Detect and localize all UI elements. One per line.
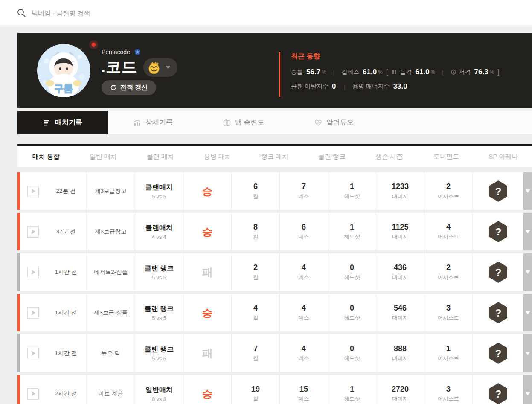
sniper-scope-icon bbox=[451, 69, 456, 75]
chevron-down-icon bbox=[525, 189, 530, 193]
play-icon bbox=[32, 270, 35, 275]
match-type: 클랜 랭크 bbox=[145, 305, 174, 314]
headshot-count: 0 bbox=[350, 344, 354, 353]
match-time: 1시간 전 bbox=[46, 253, 86, 291]
kill-count: 4 bbox=[253, 304, 258, 313]
match-vs: 5 vs 5 bbox=[152, 194, 166, 200]
expand-row-button[interactable] bbox=[523, 334, 532, 372]
rank-unknown-hexagon-icon: ? bbox=[488, 180, 508, 202]
search-icon bbox=[17, 9, 26, 17]
subtab-item-2[interactable]: 클랜 매치 bbox=[132, 146, 189, 167]
refresh-icon bbox=[110, 84, 116, 91]
match-result: 승 bbox=[183, 294, 231, 331]
chevron-down-icon bbox=[525, 352, 530, 355]
recent-trend-line2: 클랜 이탈지수0 | 용병 매너지수33.0 bbox=[291, 82, 503, 91]
assist-count: 1 bbox=[446, 344, 451, 353]
expand-row-button[interactable] bbox=[523, 294, 532, 331]
match-time: 2시간 전 bbox=[46, 375, 86, 404]
crown-smiley-icon bbox=[147, 60, 161, 75]
match-type: 클랜 랭크 bbox=[145, 264, 174, 273]
death-count: 4 bbox=[302, 344, 306, 353]
chart-icon bbox=[134, 119, 141, 127]
expand-row-button[interactable] bbox=[523, 253, 532, 291]
chevron-down-icon bbox=[525, 270, 530, 274]
match-time: 1시간 전 bbox=[46, 294, 86, 331]
expand-row-button[interactable] bbox=[523, 213, 532, 250]
rank-unknown-hexagon-icon: ? bbox=[488, 261, 508, 283]
refresh-record-button[interactable]: 전적 갱신 bbox=[102, 80, 156, 95]
subtab-item-0[interactable]: 매치 통합 bbox=[17, 146, 75, 167]
presence-dot bbox=[92, 43, 96, 47]
match-map: 미로 계단 bbox=[86, 375, 135, 404]
play-icon bbox=[32, 391, 35, 396]
search-input[interactable] bbox=[32, 9, 245, 17]
match-row[interactable]: 22분 전 제3보급창고 클랜매치 5 vs 5 승 6 킬 7 데스 1 헤드… bbox=[17, 172, 532, 210]
match-result: 승 bbox=[183, 172, 231, 210]
match-map: 제3보급창고 bbox=[86, 172, 135, 210]
match-row[interactable]: 2시간 전 미로 계단 일반매치 8 vs 8 승 19 킬 15 데스 1 헤… bbox=[17, 375, 532, 404]
svg-text:?: ? bbox=[495, 267, 501, 278]
match-row[interactable]: 1시간 전 제3보급-심플 클랜 랭크 5 vs 5 승 4 킬 4 데스 0 … bbox=[17, 294, 532, 331]
expand-row-button[interactable] bbox=[523, 375, 532, 404]
damage-amount: 1125 bbox=[392, 223, 408, 232]
replay-play-button[interactable] bbox=[27, 267, 39, 278]
headshot-count: 0 bbox=[350, 263, 354, 272]
replay-play-button[interactable] bbox=[27, 226, 39, 238]
subtab-item-5[interactable]: 클랜 랭크 bbox=[303, 146, 360, 167]
expand-row-button[interactable] bbox=[523, 172, 532, 210]
death-count: 4 bbox=[302, 263, 306, 272]
headshot-count: 1 bbox=[350, 223, 354, 232]
match-map: 제3보급창고 bbox=[86, 213, 135, 250]
assist-count: 3 bbox=[446, 304, 451, 313]
match-vs: 5 vs 5 bbox=[152, 275, 166, 281]
rank-unknown-hexagon-icon: ? bbox=[488, 383, 508, 404]
replay-play-button[interactable] bbox=[27, 348, 39, 359]
svg-text:?: ? bbox=[495, 186, 501, 197]
assist-count: 4 bbox=[446, 223, 451, 232]
assist-count: 2 bbox=[446, 182, 451, 191]
match-map: 데저트2-심플 bbox=[86, 253, 135, 291]
subtab-item-7[interactable]: 토너먼트 bbox=[418, 146, 475, 167]
match-row[interactable]: 1시간 전 듀오 릭 클랜 랭크 5 vs 5 패 7 킬 4 데스 0 헤드샷… bbox=[17, 334, 532, 372]
rank-unknown-hexagon-icon: ? bbox=[488, 302, 508, 324]
play-icon bbox=[32, 189, 35, 194]
match-row[interactable]: 37분 전 제3보급창고 클랜매치 4 vs 4 승 8 킬 6 데스 1 헤드… bbox=[17, 213, 532, 250]
svg-text:?: ? bbox=[495, 348, 501, 359]
player-nickname: .코드 bbox=[101, 57, 137, 78]
match-time: 22분 전 bbox=[46, 172, 86, 210]
emoji-badge-dropdown[interactable] bbox=[143, 58, 177, 77]
tab-map-mastery[interactable]: 맵 숙련도 bbox=[198, 111, 289, 134]
replay-play-button[interactable] bbox=[27, 307, 39, 319]
subtab-item-6[interactable]: 생존 시즌 bbox=[360, 146, 418, 167]
subtab-item-4[interactable]: 랭크 매치 bbox=[246, 146, 303, 167]
win-rate-value: 56.7 bbox=[306, 68, 320, 76]
damage-amount: 2720 bbox=[392, 385, 409, 394]
match-result: 패 bbox=[183, 334, 231, 372]
assist-count: 2 bbox=[446, 263, 451, 272]
match-type: 일반매치 bbox=[145, 386, 173, 395]
match-result: 승 bbox=[183, 213, 231, 250]
subtab-item-1[interactable]: 일반 매치 bbox=[75, 146, 132, 167]
damage-amount: 546 bbox=[394, 304, 407, 313]
kill-count: 6 bbox=[253, 182, 258, 191]
subtab-item-3[interactable]: 용병 매치 bbox=[189, 146, 246, 167]
tab-detail-record[interactable]: 상세기록 bbox=[108, 111, 198, 134]
recent-trend-title: 최근 동향 bbox=[291, 52, 503, 61]
tab-match-record[interactable]: 매치기록 bbox=[17, 111, 108, 134]
subtab-bar: 매치 통합 일반 매치 클랜 매치 용병 매치 랭크 매치 클랜 랭크 생존 시… bbox=[17, 144, 532, 167]
match-row[interactable]: 1시간 전 데저트2-심플 클랜 랭크 5 vs 5 패 2 킬 4 데스 0 … bbox=[17, 253, 532, 291]
replay-play-button[interactable] bbox=[27, 388, 39, 400]
recent-trend-line1: 승률56.7% | 킬데스61.0% [ 돌격61.0% | 저격76.3% ] bbox=[291, 68, 503, 76]
heart-icon bbox=[314, 119, 322, 127]
death-count: 4 bbox=[302, 304, 306, 313]
tab-duo-recommend[interactable]: 알려듀오 bbox=[289, 111, 379, 134]
avatar-caption: 구름 bbox=[54, 83, 73, 94]
clan-name: Pentacode bbox=[102, 49, 130, 55]
match-time: 37분 전 bbox=[46, 213, 86, 250]
replay-play-button[interactable] bbox=[27, 186, 39, 197]
subtab-item-8[interactable]: SP 아레나 bbox=[475, 146, 532, 167]
merc-manner-value: 33.0 bbox=[393, 82, 407, 91]
match-vs: 8 vs 8 bbox=[152, 396, 166, 402]
match-vs: 5 vs 5 bbox=[152, 315, 166, 321]
svg-text:?: ? bbox=[495, 388, 501, 400]
